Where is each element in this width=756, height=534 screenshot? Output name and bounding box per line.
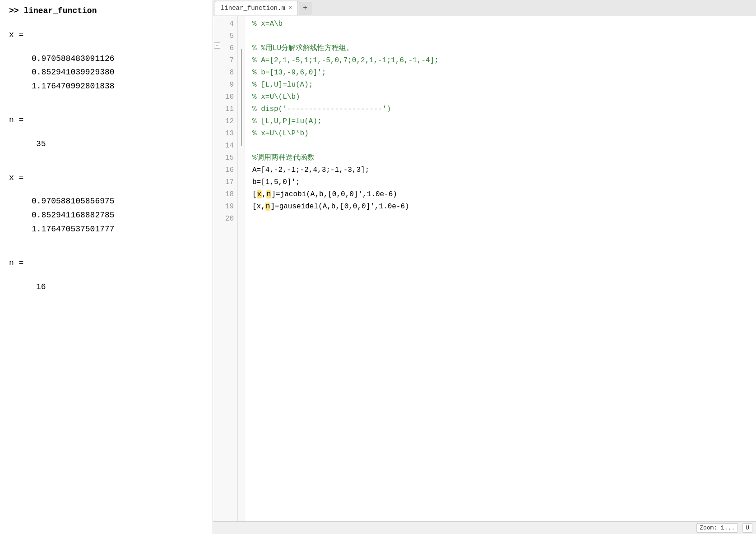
line-num-11: 11 (213, 103, 234, 115)
line-num-10: 10 (213, 91, 234, 103)
line-num-20: 20 (213, 213, 234, 225)
code-line-9: % [L,U]=lu(A); (252, 79, 756, 91)
var-x2: x = (9, 171, 204, 184)
line-numbers: 4 5 6 7 8 9 10 11 12 13 14 15 16 17 18 1… (213, 16, 238, 521)
zoom-status: Zoom: 1... (696, 523, 738, 533)
val-x2-2: 0.852941168882785 (9, 209, 204, 222)
u-status: U (742, 523, 752, 533)
line-num-17: 17 (213, 176, 234, 189)
fold-line (241, 49, 242, 146)
code-line-11: % disp('----------------------') (252, 103, 756, 115)
line-num-15: 15 (213, 152, 234, 164)
var-n1: n = (9, 114, 204, 127)
val-n2: 16 (9, 281, 204, 294)
val-n1: 35 (9, 138, 204, 151)
cmd-prompt: >> linear_function (9, 6, 97, 15)
code-line-14 (252, 140, 756, 152)
line-num-4: 4 (213, 18, 234, 30)
code-line-16: A=[4,-2,-1;-2,4,3;-1,-3,3]; (252, 164, 756, 176)
code-line-18: [x,n]=jacobi(A,b,[0,0,0]',1.0e-6) (252, 189, 756, 201)
val-x2-1: 0.970588105856975 (9, 195, 204, 208)
line-num-18: 18 (213, 189, 234, 201)
code-line-8: % b=[13,-9,6,0]'; (252, 67, 756, 79)
code-line-7: % A=[2,1,-5,1;1,-5,0,7;0,2,1,-1;1,6,-1,-… (252, 55, 756, 67)
tab-add-button[interactable]: + (299, 2, 311, 14)
var-n2: n = (9, 257, 204, 270)
val-x1-1: 0.970588483091126 (9, 52, 204, 65)
editor-tabs: linear_function.m × + (213, 0, 756, 16)
code-line-19: [x,n]=gauseidel(A,b,[0,0,0]',1.0e-6) (252, 201, 756, 213)
line-num-7: 7 (213, 55, 234, 67)
line-num-9: 9 (213, 79, 234, 91)
fold-indicator-6[interactable]: − (214, 42, 220, 49)
line-num-16: 16 (213, 164, 234, 176)
code-area: 4 5 6 7 8 9 10 11 12 13 14 15 16 17 18 1… (213, 16, 756, 521)
line-num-5: 5 (213, 30, 234, 42)
val-x2-3: 1.176470537501777 (9, 223, 204, 236)
highlight-x-18: x (257, 190, 262, 198)
editor-content: 4 5 6 7 8 9 10 11 12 13 14 15 16 17 18 1… (213, 16, 756, 534)
code-line-4: % x=A\b (252, 18, 756, 30)
tab-close-button[interactable]: × (289, 5, 292, 11)
editor-tab-linear-function[interactable]: linear_function.m × (215, 1, 298, 15)
highlight-n-18: n (266, 190, 272, 198)
var-x1: x = (9, 28, 204, 41)
tab-label: linear_function.m (221, 5, 285, 12)
code-lines[interactable]: % x=A\b % %用LU分解求解线性方程组。 % A=[2,1,-5,1;1… (245, 16, 756, 521)
line-num-13: 13 (213, 128, 234, 140)
val-x1-3: 1.176470992801838 (9, 80, 204, 93)
editor-panel: linear_function.m × + 4 5 6 7 8 9 10 11 … (213, 0, 756, 534)
line-num-12: 12 (213, 115, 234, 128)
highlight-n-19: n (265, 203, 271, 211)
fold-bar (238, 16, 245, 521)
code-line-5 (252, 30, 756, 42)
code-line-13: % x=U\(L\P*b) (252, 128, 756, 140)
line-num-14: 14 (213, 140, 234, 152)
code-line-6: % %用LU分解求解线性方程组。 (252, 42, 756, 55)
editor-statusbar: Zoom: 1... U (213, 521, 756, 534)
val-x1-2: 0.852941039929380 (9, 66, 204, 79)
command-window: >> linear_function x = 0.970588483091126… (0, 0, 213, 534)
code-line-12: % [L,U,P]=lu(A); (252, 115, 756, 128)
line-num-8: 8 (213, 67, 234, 79)
code-line-17: b=[1,5,0]'; (252, 176, 756, 189)
code-line-20 (252, 213, 756, 225)
line-num-19: 19 (213, 201, 234, 213)
code-line-15: %调用两种迭代函数 (252, 152, 756, 164)
code-line-10: % x=U\(L\b) (252, 91, 756, 103)
